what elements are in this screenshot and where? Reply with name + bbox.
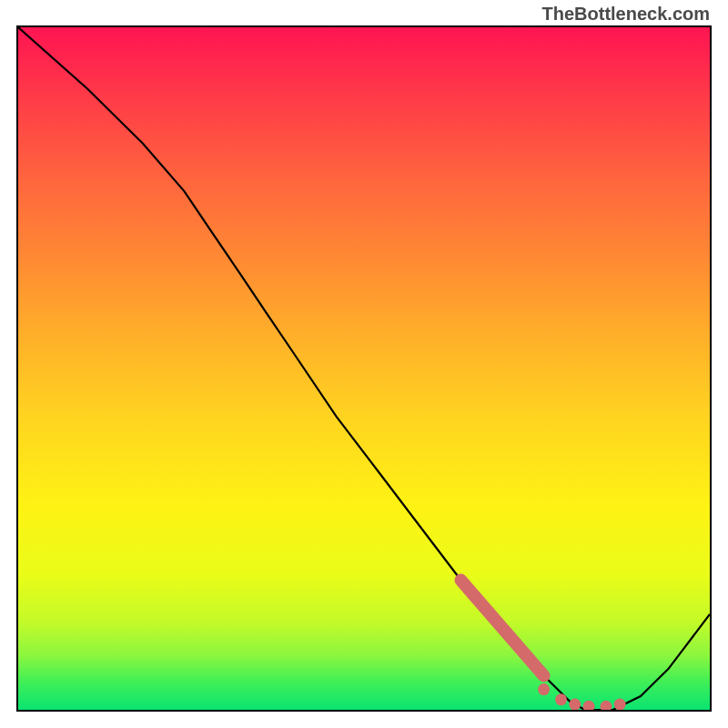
watermark-text: TheBottleneck.com	[542, 4, 710, 25]
highlight-dot	[614, 699, 626, 710]
highlight-dot	[555, 693, 567, 705]
highlight-thick-segment	[460, 580, 543, 675]
highlight-dot	[569, 699, 581, 710]
highlight-dot	[601, 701, 612, 710]
highlight-dot	[583, 701, 595, 710]
highlight-dot	[538, 683, 550, 695]
highlight-layer	[18, 27, 710, 710]
chart-area	[16, 25, 712, 712]
highlight-dots	[538, 683, 626, 710]
